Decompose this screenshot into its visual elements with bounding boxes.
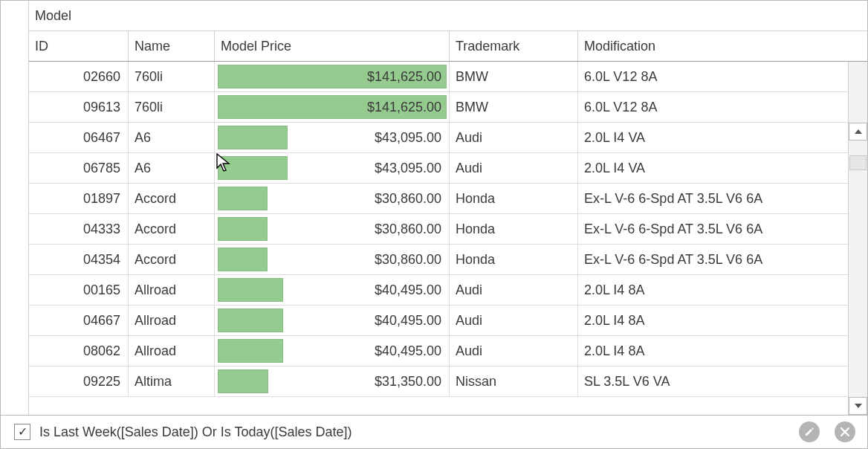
cell-modification[interactable]: 2.0L I4 8A [578, 275, 848, 305]
cell-name[interactable]: Accord [129, 245, 215, 274]
column-header-modification[interactable]: Modification [578, 31, 867, 61]
close-icon [841, 427, 849, 436]
price-bar [218, 156, 288, 180]
cell-modification[interactable]: Ex-L V-6 6-Spd AT 3.5L V6 6A [578, 214, 848, 244]
price-text: $31,350.00 [375, 374, 446, 390]
column-header-trademark[interactable]: Trademark [450, 31, 578, 61]
cell-id[interactable]: 01897 [29, 184, 129, 213]
cell-modification[interactable]: Ex-L V-6 6-Spd AT 3.5L V6 6A [578, 184, 848, 213]
cell-id[interactable]: 00165 [29, 275, 129, 305]
cell-price[interactable]: $40,495.00 [215, 336, 450, 366]
cell-id[interactable]: 04333 [29, 214, 129, 244]
chevron-down-icon [855, 404, 862, 408]
cell-id[interactable]: 09225 [29, 366, 129, 396]
table-row[interactable]: 04333Accord$30,860.00HondaEx-L V-6 6-Spd… [29, 214, 848, 245]
cell-modification[interactable]: 2.0L I4 8A [578, 336, 848, 366]
table-row[interactable]: 04354Accord$30,860.00HondaEx-L V-6 6-Spd… [29, 245, 848, 275]
grid-window: Model ID Name Model Price Trademark Modi… [0, 0, 868, 449]
cell-price[interactable]: $40,495.00 [215, 306, 450, 335]
table-row[interactable]: 08062Allroad$40,495.00Audi2.0L I4 8A [29, 336, 848, 366]
cell-trademark[interactable]: BMW [450, 62, 578, 91]
price-text: $43,095.00 [375, 130, 446, 146]
cell-name[interactable]: Altima [129, 366, 215, 396]
cell-id[interactable]: 08062 [29, 336, 129, 366]
price-text: $30,860.00 [375, 222, 446, 237]
cell-price[interactable]: $141,625.00 [215, 92, 450, 122]
cell-modification[interactable]: 6.0L V12 8A [578, 92, 848, 122]
table-row[interactable]: 09225Altima$31,350.00NissanSL 3.5L V6 VA [29, 366, 848, 397]
cell-name[interactable]: Accord [129, 184, 215, 213]
cell-name[interactable]: 760li [129, 92, 215, 122]
cell-trademark[interactable]: Audi [450, 275, 578, 305]
filter-bar: ✓ Is Last Week([Sales Date]) Or Is Today… [1, 416, 867, 448]
band-header[interactable]: Model [29, 1, 867, 31]
cell-price[interactable]: $30,860.00 [215, 214, 450, 244]
cell-trademark[interactable]: BMW [450, 92, 578, 122]
table-row[interactable]: 04667Allroad$40,495.00Audi2.0L I4 8A [29, 306, 848, 336]
cell-id[interactable]: 04667 [29, 306, 129, 335]
scroll-track[interactable] [849, 140, 867, 397]
cell-id[interactable]: 02660 [29, 62, 129, 91]
cell-modification[interactable]: 6.0L V12 8A [578, 62, 848, 91]
table-row[interactable]: 00165Allroad$40,495.00Audi2.0L I4 8A [29, 275, 848, 306]
vertical-scrollbar[interactable] [848, 62, 867, 415]
cell-name[interactable]: Allroad [129, 336, 215, 366]
cell-id[interactable]: 06467 [29, 123, 129, 152]
cell-trademark[interactable]: Honda [450, 245, 578, 274]
cell-modification[interactable]: 2.0L I4 VA [578, 123, 848, 152]
table-row[interactable]: 02660760li$141,625.00BMW6.0L V12 8A [29, 62, 848, 92]
cell-price[interactable]: $141,625.00 [215, 62, 450, 91]
cell-name[interactable]: A6 [129, 153, 215, 183]
edit-filter-button[interactable] [799, 421, 820, 442]
column-header-row: ID Name Model Price Trademark Modificati… [29, 31, 867, 62]
scroll-up-button[interactable] [849, 123, 867, 140]
cell-trademark[interactable]: Audi [450, 153, 578, 183]
cell-trademark[interactable]: Honda [450, 214, 578, 244]
cell-price[interactable]: $40,495.00 [215, 275, 450, 305]
grid-body: 02660760li$141,625.00BMW6.0L V12 8A09613… [29, 62, 867, 415]
column-header-id[interactable]: ID [29, 31, 129, 61]
cell-price[interactable]: $31,350.00 [215, 366, 450, 396]
clear-filter-button[interactable] [835, 421, 855, 442]
table-row[interactable]: 01897Accord$30,860.00HondaEx-L V-6 6-Spd… [29, 184, 848, 214]
cell-modification[interactable]: 2.0L I4 VA [578, 153, 848, 183]
cell-price[interactable]: $30,860.00 [215, 184, 450, 213]
row-indicator-gutter [1, 1, 29, 415]
cell-trademark[interactable]: Audi [450, 306, 578, 335]
cell-modification[interactable]: Ex-L V-6 6-Spd AT 3.5L V6 6A [578, 245, 848, 274]
price-bar [218, 339, 283, 363]
cell-id[interactable]: 09613 [29, 92, 129, 122]
cell-price[interactable]: $43,095.00 [215, 153, 450, 183]
cell-name[interactable]: 760li [129, 62, 215, 91]
column-header-name[interactable]: Name [129, 31, 215, 61]
scroll-down-button[interactable] [849, 397, 867, 415]
filter-enabled-checkbox[interactable]: ✓ [14, 424, 30, 440]
cell-trademark[interactable]: Audi [450, 336, 578, 366]
cell-id[interactable]: 04354 [29, 245, 129, 274]
cell-id[interactable]: 06785 [29, 153, 129, 183]
cell-name[interactable]: Allroad [129, 275, 215, 305]
price-bar [218, 217, 268, 241]
cell-modification[interactable]: 2.0L I4 8A [578, 306, 848, 335]
table-row[interactable]: 09613760li$141,625.00BMW6.0L V12 8A [29, 92, 848, 123]
table-row[interactable]: 06785A6$43,095.00Audi2.0L I4 VA [29, 153, 848, 184]
cell-trademark[interactable]: Nissan [450, 366, 578, 396]
price-bar [218, 187, 268, 210]
price-text: $141,625.00 [367, 100, 446, 115]
table-row[interactable]: 06467A6$43,095.00Audi2.0L I4 VA [29, 123, 848, 153]
cell-trademark[interactable]: Audi [450, 123, 578, 152]
cell-name[interactable]: Allroad [129, 306, 215, 335]
column-header-price[interactable]: Model Price [215, 31, 450, 61]
price-bar [218, 248, 268, 271]
price-text: $40,495.00 [375, 343, 446, 359]
scroll-thumb[interactable] [849, 155, 867, 170]
cell-name[interactable]: A6 [129, 123, 215, 152]
cell-trademark[interactable]: Honda [450, 184, 578, 213]
cell-modification[interactable]: SL 3.5L V6 VA [578, 366, 848, 396]
filter-expression-text: Is Last Week([Sales Date]) Or Is Today([… [39, 424, 784, 440]
chevron-up-icon [855, 129, 862, 134]
price-bar [218, 369, 268, 393]
cell-price[interactable]: $43,095.00 [215, 123, 450, 152]
cell-name[interactable]: Accord [129, 214, 215, 244]
cell-price[interactable]: $30,860.00 [215, 245, 450, 274]
